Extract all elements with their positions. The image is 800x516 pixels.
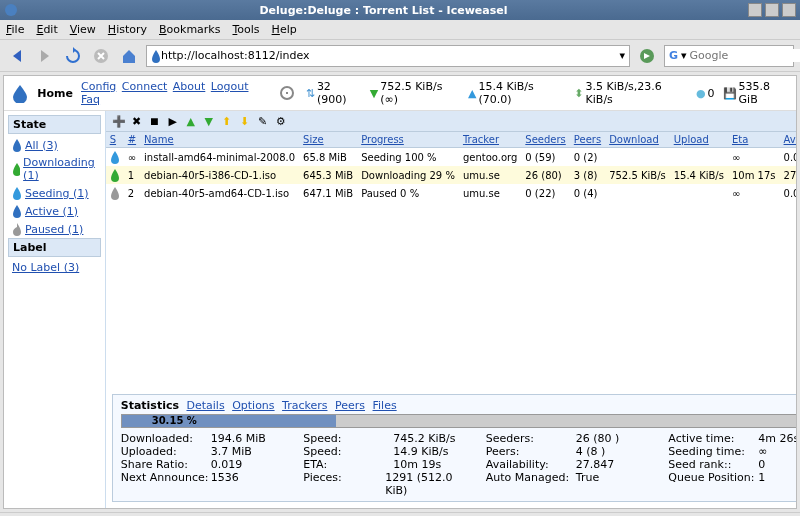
menubar: File Edit View History Bookmarks Tools H…: [0, 20, 800, 40]
link-about[interactable]: About: [173, 80, 206, 93]
stat-item: Peers:4 (8 ): [486, 445, 653, 458]
progress-percent: 30.15 %: [152, 415, 197, 426]
stat-item: Seeding time:∞: [668, 445, 796, 458]
remove-icon[interactable]: ✖: [130, 114, 144, 128]
url-input[interactable]: [161, 49, 619, 62]
svg-rect-4: [286, 92, 288, 94]
down-icon[interactable]: ▼: [202, 114, 216, 128]
action-bar: ➕ ✖ ⏹ ▶ ▲ ▼ ⬆ ⬇ ✎ ⚙: [106, 111, 796, 132]
dropdown-icon[interactable]: ▾: [681, 49, 687, 62]
stat-item: Speed:745.2 KiB/s: [303, 432, 470, 445]
col-eta[interactable]: Eta: [728, 132, 780, 148]
window-title: Deluge:Deluge : Torrent List - Iceweasel: [22, 4, 745, 17]
stat-item: Uploaded:3.7 MiB: [121, 445, 288, 458]
tab-peers[interactable]: Peers: [335, 399, 365, 412]
address-bar[interactable]: ▾: [146, 45, 630, 67]
stat-seeds: ●0: [696, 87, 715, 100]
stat-item: Queue Position:1: [668, 471, 796, 497]
table-row[interactable]: 2debian-40r5-amd64-CD-1.iso647.1 MiBPaus…: [106, 184, 796, 202]
maximize-button[interactable]: [765, 3, 779, 17]
menu-help[interactable]: Help: [272, 23, 297, 36]
menu-edit[interactable]: Edit: [36, 23, 57, 36]
tab-files[interactable]: Files: [373, 399, 397, 412]
col-num[interactable]: #: [124, 132, 140, 148]
link-logout[interactable]: Logout: [211, 80, 249, 93]
sidebar-item-seeding[interactable]: Seeding (1): [8, 184, 101, 202]
deluge-favicon-icon: [151, 49, 161, 63]
menu-file[interactable]: File: [6, 23, 24, 36]
search-box[interactable]: G▾ 🔍: [664, 45, 794, 67]
stat-item: Seeders:26 (80 ): [486, 432, 653, 445]
stat-item: Seed rank::0: [668, 458, 796, 471]
prefs-icon[interactable]: ⚙: [274, 114, 288, 128]
stat-dht: ⬍3.5 KiB/s,23.6 KiB/s: [574, 80, 688, 106]
tab-options[interactable]: Options: [232, 399, 274, 412]
stop-icon[interactable]: ⏹: [148, 114, 162, 128]
home-button[interactable]: [118, 45, 140, 67]
col-seeders[interactable]: Seeders: [521, 132, 569, 148]
stat-connections: ⇅32 (900): [306, 80, 362, 106]
sidebar-item-downloading[interactable]: Downloading (1): [8, 154, 101, 184]
sidebar-item-active[interactable]: Active (1): [8, 202, 101, 220]
tab-statistics[interactable]: Statistics: [121, 399, 179, 412]
col-name[interactable]: Name: [140, 132, 299, 148]
stat-upload: ▲15.4 KiB/s (70.0): [468, 80, 566, 106]
stat-item: Pieces:1291 (512.0 KiB): [303, 471, 470, 497]
start-icon[interactable]: ▶: [166, 114, 180, 128]
queue-up-icon[interactable]: ⬆: [220, 114, 234, 128]
svg-point-0: [5, 4, 17, 16]
details-progress-bar: 30.15 %: [121, 414, 796, 428]
minimize-button[interactable]: [748, 3, 762, 17]
sidebar-item-nolabel[interactable]: No Label (3): [8, 259, 101, 276]
col-progress[interactable]: Progress: [357, 132, 459, 148]
menu-history[interactable]: History: [108, 23, 147, 36]
stat-item: Downloaded:194.6 MiB: [121, 432, 288, 445]
add-icon[interactable]: ➕: [112, 114, 126, 128]
table-row[interactable]: ∞install-amd64-minimal-2008.065.8 MiBSee…: [106, 148, 796, 167]
back-button[interactable]: [6, 45, 28, 67]
forward-button[interactable]: [34, 45, 56, 67]
col-size[interactable]: Size: [299, 132, 357, 148]
col-tracker[interactable]: Tracker: [459, 132, 521, 148]
deluge-logo-icon: [10, 83, 29, 103]
header-links: Config Connect About Logout Faq: [81, 80, 268, 106]
col-peers[interactable]: Peers: [570, 132, 605, 148]
stop-button[interactable]: [90, 45, 112, 67]
go-button[interactable]: [636, 45, 658, 67]
details-icon[interactable]: ✎: [256, 114, 270, 128]
reload-button[interactable]: [62, 45, 84, 67]
queue-down-icon[interactable]: ⬇: [238, 114, 252, 128]
up-icon[interactable]: ▲: [184, 114, 198, 128]
tab-trackers[interactable]: Trackers: [282, 399, 327, 412]
close-button[interactable]: [782, 3, 796, 17]
stat-item: Speed:14.9 KiB/s: [303, 445, 470, 458]
search-input[interactable]: [690, 49, 800, 62]
torrent-table: S # Name Size Progress Tracker Seeders P…: [106, 132, 796, 202]
details-panel: Statistics Details Options Trackers Peer…: [112, 394, 796, 502]
link-faq[interactable]: Faq: [81, 93, 100, 106]
col-ava[interactable]: Ava: [780, 132, 796, 148]
link-connect[interactable]: Connect: [122, 80, 167, 93]
menu-bookmarks[interactable]: Bookmarks: [159, 23, 220, 36]
home-link[interactable]: Home: [37, 87, 73, 100]
stat-download: ▼752.5 KiB/s (∞): [370, 80, 460, 106]
link-config[interactable]: Config: [81, 80, 116, 93]
table-row[interactable]: 1debian-40r5-i386-CD-1.iso645.3 MiBDownl…: [106, 166, 796, 184]
col-s[interactable]: S: [106, 132, 124, 148]
sidebar-group-label: Label: [8, 238, 101, 257]
refresh-button[interactable]: [276, 82, 297, 104]
sidebar-item-paused[interactable]: Paused (1): [8, 220, 101, 238]
browser-toolbar: ▾ G▾ 🔍: [0, 40, 800, 72]
col-upload[interactable]: Upload: [670, 132, 728, 148]
stat-item: Share Ratio:0.019: [121, 458, 288, 471]
menu-view[interactable]: View: [70, 23, 96, 36]
stat-item: ETA:10m 19s: [303, 458, 470, 471]
dropdown-icon[interactable]: ▾: [619, 49, 625, 62]
page-content: Home Config Connect About Logout Faq ⇅32…: [3, 75, 797, 509]
header-stats: ⇅32 (900) ▼752.5 KiB/s (∞) ▲15.4 KiB/s (…: [306, 80, 790, 106]
sidebar-item-all[interactable]: All (3): [8, 136, 101, 154]
tab-details[interactable]: Details: [186, 399, 224, 412]
col-download[interactable]: Download: [605, 132, 670, 148]
torrent-panel: ➕ ✖ ⏹ ▶ ▲ ▼ ⬆ ⬇ ✎ ⚙ S # Name Size Progre…: [106, 111, 796, 508]
menu-tools[interactable]: Tools: [232, 23, 259, 36]
